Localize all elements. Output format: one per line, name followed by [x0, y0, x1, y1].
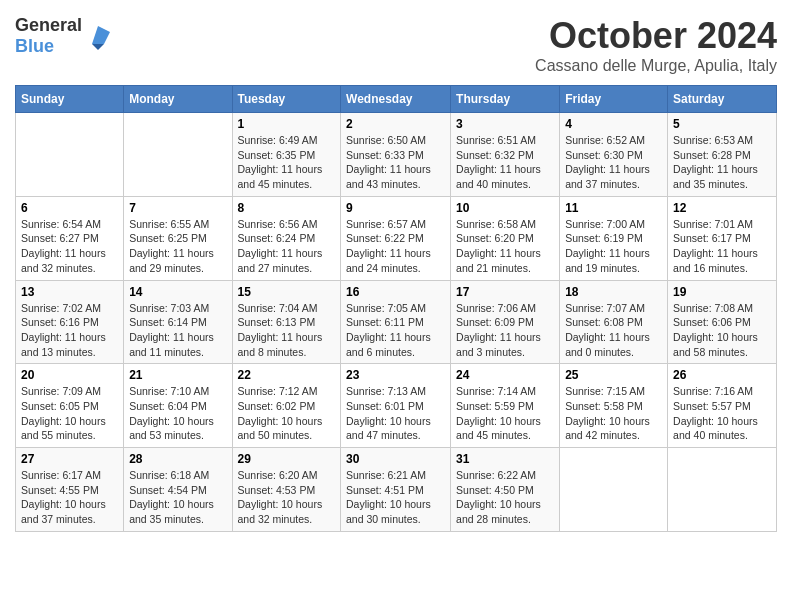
day-number: 7 [129, 201, 226, 215]
day-header-tuesday: Tuesday [232, 86, 341, 113]
day-number: 17 [456, 285, 554, 299]
day-number: 25 [565, 368, 662, 382]
day-info: Sunrise: 7:04 AM Sunset: 6:13 PM Dayligh… [238, 301, 336, 360]
location-title: Cassano delle Murge, Apulia, Italy [535, 57, 777, 75]
day-info: Sunrise: 7:14 AM Sunset: 5:59 PM Dayligh… [456, 384, 554, 443]
calendar-cell [560, 448, 668, 532]
day-number: 29 [238, 452, 336, 466]
day-number: 20 [21, 368, 118, 382]
day-number: 18 [565, 285, 662, 299]
day-info: Sunrise: 6:22 AM Sunset: 4:50 PM Dayligh… [456, 468, 554, 527]
day-info: Sunrise: 7:10 AM Sunset: 6:04 PM Dayligh… [129, 384, 226, 443]
day-number: 5 [673, 117, 771, 131]
calendar-cell: 19Sunrise: 7:08 AM Sunset: 6:06 PM Dayli… [668, 280, 777, 364]
day-info: Sunrise: 6:54 AM Sunset: 6:27 PM Dayligh… [21, 217, 118, 276]
calendar-cell: 2Sunrise: 6:50 AM Sunset: 6:33 PM Daylig… [341, 113, 451, 197]
day-number: 12 [673, 201, 771, 215]
day-info: Sunrise: 6:53 AM Sunset: 6:28 PM Dayligh… [673, 133, 771, 192]
calendar-cell: 18Sunrise: 7:07 AM Sunset: 6:08 PM Dayli… [560, 280, 668, 364]
calendar-cell: 20Sunrise: 7:09 AM Sunset: 6:05 PM Dayli… [16, 364, 124, 448]
day-info: Sunrise: 6:51 AM Sunset: 6:32 PM Dayligh… [456, 133, 554, 192]
calendar-header-row: SundayMondayTuesdayWednesdayThursdayFrid… [16, 86, 777, 113]
day-number: 30 [346, 452, 445, 466]
day-info: Sunrise: 6:50 AM Sunset: 6:33 PM Dayligh… [346, 133, 445, 192]
calendar-cell: 16Sunrise: 7:05 AM Sunset: 6:11 PM Dayli… [341, 280, 451, 364]
calendar-cell: 23Sunrise: 7:13 AM Sunset: 6:01 PM Dayli… [341, 364, 451, 448]
month-title: October 2024 [535, 15, 777, 57]
day-number: 2 [346, 117, 445, 131]
calendar-cell: 24Sunrise: 7:14 AM Sunset: 5:59 PM Dayli… [451, 364, 560, 448]
logo-icon [84, 22, 112, 50]
day-info: Sunrise: 6:20 AM Sunset: 4:53 PM Dayligh… [238, 468, 336, 527]
day-number: 15 [238, 285, 336, 299]
logo: General Blue [15, 15, 112, 57]
calendar-cell: 21Sunrise: 7:10 AM Sunset: 6:04 PM Dayli… [124, 364, 232, 448]
calendar-cell: 14Sunrise: 7:03 AM Sunset: 6:14 PM Dayli… [124, 280, 232, 364]
day-number: 1 [238, 117, 336, 131]
calendar-week-4: 20Sunrise: 7:09 AM Sunset: 6:05 PM Dayli… [16, 364, 777, 448]
day-info: Sunrise: 6:55 AM Sunset: 6:25 PM Dayligh… [129, 217, 226, 276]
svg-marker-0 [92, 26, 110, 44]
day-number: 26 [673, 368, 771, 382]
day-number: 24 [456, 368, 554, 382]
calendar-cell [124, 113, 232, 197]
day-info: Sunrise: 7:05 AM Sunset: 6:11 PM Dayligh… [346, 301, 445, 360]
page-header: General Blue October 2024 Cassano delle … [15, 15, 777, 75]
day-info: Sunrise: 7:09 AM Sunset: 6:05 PM Dayligh… [21, 384, 118, 443]
calendar-week-5: 27Sunrise: 6:17 AM Sunset: 4:55 PM Dayli… [16, 448, 777, 532]
day-info: Sunrise: 7:13 AM Sunset: 6:01 PM Dayligh… [346, 384, 445, 443]
day-number: 8 [238, 201, 336, 215]
calendar-cell: 15Sunrise: 7:04 AM Sunset: 6:13 PM Dayli… [232, 280, 341, 364]
day-number: 9 [346, 201, 445, 215]
calendar-cell: 3Sunrise: 6:51 AM Sunset: 6:32 PM Daylig… [451, 113, 560, 197]
day-number: 11 [565, 201, 662, 215]
calendar-cell: 9Sunrise: 6:57 AM Sunset: 6:22 PM Daylig… [341, 196, 451, 280]
day-header-monday: Monday [124, 86, 232, 113]
logo-blue: Blue [15, 36, 54, 56]
calendar-cell: 1Sunrise: 6:49 AM Sunset: 6:35 PM Daylig… [232, 113, 341, 197]
calendar-table: SundayMondayTuesdayWednesdayThursdayFrid… [15, 85, 777, 532]
day-info: Sunrise: 7:06 AM Sunset: 6:09 PM Dayligh… [456, 301, 554, 360]
day-info: Sunrise: 6:17 AM Sunset: 4:55 PM Dayligh… [21, 468, 118, 527]
calendar-cell: 11Sunrise: 7:00 AM Sunset: 6:19 PM Dayli… [560, 196, 668, 280]
day-info: Sunrise: 6:18 AM Sunset: 4:54 PM Dayligh… [129, 468, 226, 527]
day-info: Sunrise: 7:08 AM Sunset: 6:06 PM Dayligh… [673, 301, 771, 360]
calendar-week-2: 6Sunrise: 6:54 AM Sunset: 6:27 PM Daylig… [16, 196, 777, 280]
day-info: Sunrise: 7:16 AM Sunset: 5:57 PM Dayligh… [673, 384, 771, 443]
calendar-week-1: 1Sunrise: 6:49 AM Sunset: 6:35 PM Daylig… [16, 113, 777, 197]
day-info: Sunrise: 7:15 AM Sunset: 5:58 PM Dayligh… [565, 384, 662, 443]
calendar-cell: 22Sunrise: 7:12 AM Sunset: 6:02 PM Dayli… [232, 364, 341, 448]
day-info: Sunrise: 6:58 AM Sunset: 6:20 PM Dayligh… [456, 217, 554, 276]
calendar-cell: 28Sunrise: 6:18 AM Sunset: 4:54 PM Dayli… [124, 448, 232, 532]
day-info: Sunrise: 7:07 AM Sunset: 6:08 PM Dayligh… [565, 301, 662, 360]
day-number: 21 [129, 368, 226, 382]
day-number: 13 [21, 285, 118, 299]
day-header-friday: Friday [560, 86, 668, 113]
day-info: Sunrise: 6:52 AM Sunset: 6:30 PM Dayligh… [565, 133, 662, 192]
day-number: 22 [238, 368, 336, 382]
calendar-cell: 31Sunrise: 6:22 AM Sunset: 4:50 PM Dayli… [451, 448, 560, 532]
calendar-cell: 7Sunrise: 6:55 AM Sunset: 6:25 PM Daylig… [124, 196, 232, 280]
day-info: Sunrise: 7:03 AM Sunset: 6:14 PM Dayligh… [129, 301, 226, 360]
day-number: 16 [346, 285, 445, 299]
day-number: 4 [565, 117, 662, 131]
day-number: 28 [129, 452, 226, 466]
calendar-cell: 5Sunrise: 6:53 AM Sunset: 6:28 PM Daylig… [668, 113, 777, 197]
title-block: October 2024 Cassano delle Murge, Apulia… [535, 15, 777, 75]
day-info: Sunrise: 7:01 AM Sunset: 6:17 PM Dayligh… [673, 217, 771, 276]
calendar-cell: 26Sunrise: 7:16 AM Sunset: 5:57 PM Dayli… [668, 364, 777, 448]
calendar-cell: 25Sunrise: 7:15 AM Sunset: 5:58 PM Dayli… [560, 364, 668, 448]
calendar-cell: 13Sunrise: 7:02 AM Sunset: 6:16 PM Dayli… [16, 280, 124, 364]
calendar-cell [16, 113, 124, 197]
calendar-cell: 12Sunrise: 7:01 AM Sunset: 6:17 PM Dayli… [668, 196, 777, 280]
day-header-wednesday: Wednesday [341, 86, 451, 113]
day-number: 31 [456, 452, 554, 466]
day-info: Sunrise: 7:00 AM Sunset: 6:19 PM Dayligh… [565, 217, 662, 276]
day-info: Sunrise: 6:57 AM Sunset: 6:22 PM Dayligh… [346, 217, 445, 276]
day-number: 23 [346, 368, 445, 382]
day-number: 19 [673, 285, 771, 299]
day-number: 14 [129, 285, 226, 299]
calendar-cell: 6Sunrise: 6:54 AM Sunset: 6:27 PM Daylig… [16, 196, 124, 280]
calendar-cell: 27Sunrise: 6:17 AM Sunset: 4:55 PM Dayli… [16, 448, 124, 532]
day-number: 6 [21, 201, 118, 215]
